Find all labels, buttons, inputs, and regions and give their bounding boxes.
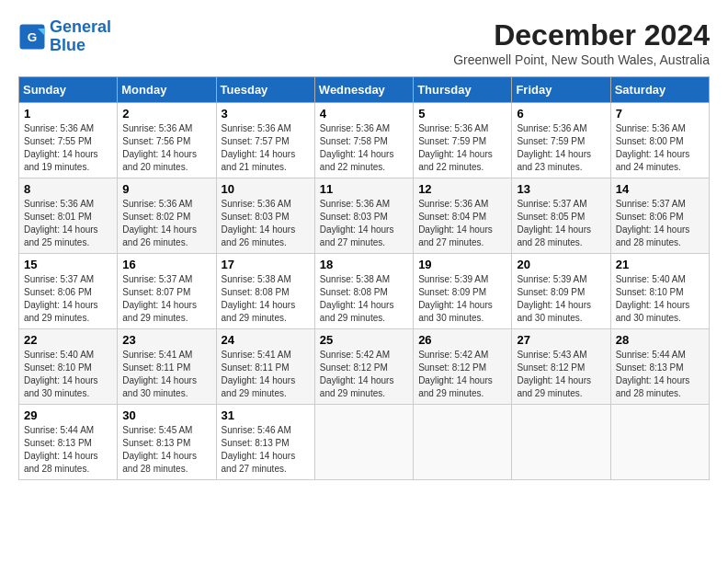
day-info: Sunrise: 5:41 AMSunset: 8:11 PMDaylight:… [222,349,310,400]
day-info: Sunrise: 5:38 AMSunset: 8:08 PMDaylight:… [320,273,408,325]
day-info: Sunrise: 5:36 AMSunset: 8:03 PMDaylight:… [222,198,310,249]
day-number: 17 [222,258,310,271]
calendar-week-5: 29Sunrise: 5:44 AMSunset: 8:13 PMDayligh… [19,405,710,480]
day-number: 1 [24,107,112,121]
calendar-cell: 14Sunrise: 5:37 AMSunset: 8:06 PMDayligh… [610,178,709,254]
day-info: Sunrise: 5:36 AMSunset: 8:04 PMDaylight:… [418,198,506,249]
day-info: Sunrise: 5:37 AMSunset: 8:06 PMDaylight:… [616,198,704,249]
header: G General Blue December 2024 Greenwell P… [18,18,710,67]
calendar-cell: 12Sunrise: 5:36 AMSunset: 8:04 PMDayligh… [414,178,512,254]
day-number: 23 [122,333,210,347]
day-number: 30 [122,408,210,422]
calendar-cell: 17Sunrise: 5:38 AMSunset: 8:08 PMDayligh… [216,254,314,329]
logo: G General Blue [18,18,111,55]
calendar-cell: 7Sunrise: 5:36 AMSunset: 8:00 PMDaylight… [610,103,709,178]
day-number: 24 [222,333,310,347]
calendar-cell: 27Sunrise: 5:43 AMSunset: 8:12 PMDayligh… [512,329,610,405]
day-number: 4 [320,107,408,121]
day-info: Sunrise: 5:37 AMSunset: 8:05 PMDaylight:… [517,198,605,249]
day-number: 27 [517,333,605,347]
calendar-cell: 11Sunrise: 5:36 AMSunset: 8:03 PMDayligh… [314,178,413,254]
day-number: 14 [616,182,704,196]
calendar-cell: 5Sunrise: 5:36 AMSunset: 7:59 PMDaylight… [414,103,512,178]
day-number: 16 [122,258,210,271]
day-number: 13 [517,182,605,196]
calendar-cell [314,405,413,480]
day-number: 20 [517,258,605,271]
calendar-cell: 19Sunrise: 5:39 AMSunset: 8:09 PMDayligh… [414,254,512,329]
header-cell-monday: Monday [118,77,216,103]
day-info: Sunrise: 5:36 AMSunset: 8:02 PMDaylight:… [122,198,210,249]
day-number: 6 [517,107,605,121]
day-info: Sunrise: 5:39 AMSunset: 8:09 PMDaylight:… [517,273,605,325]
day-number: 22 [24,333,112,347]
day-number: 12 [418,182,506,196]
calendar-cell: 15Sunrise: 5:37 AMSunset: 8:06 PMDayligh… [19,254,118,329]
calendar-cell [610,405,709,480]
title-area: December 2024 Greenwell Point, New South… [453,18,710,67]
calendar-header: SundayMondayTuesdayWednesdayThursdayFrid… [19,77,710,103]
calendar-week-2: 8Sunrise: 5:36 AMSunset: 8:01 PMDaylight… [19,178,710,254]
day-number: 9 [122,182,210,196]
day-number: 10 [222,182,310,196]
day-info: Sunrise: 5:41 AMSunset: 8:11 PMDaylight:… [122,349,210,400]
calendar-cell: 25Sunrise: 5:42 AMSunset: 8:12 PMDayligh… [314,329,413,405]
day-info: Sunrise: 5:36 AMSunset: 8:03 PMDaylight:… [320,198,408,249]
calendar-cell: 6Sunrise: 5:36 AMSunset: 7:59 PMDaylight… [512,103,610,178]
day-info: Sunrise: 5:36 AMSunset: 7:56 PMDaylight:… [122,122,210,174]
header-cell-wednesday: Wednesday [314,77,413,103]
calendar-cell: 13Sunrise: 5:37 AMSunset: 8:05 PMDayligh… [512,178,610,254]
day-info: Sunrise: 5:42 AMSunset: 8:12 PMDaylight:… [320,349,408,400]
calendar-cell: 1Sunrise: 5:36 AMSunset: 7:55 PMDaylight… [19,103,118,178]
day-info: Sunrise: 5:36 AMSunset: 8:00 PMDaylight:… [616,122,704,174]
day-number: 29 [24,408,112,422]
header-cell-tuesday: Tuesday [216,77,314,103]
calendar-body: 1Sunrise: 5:36 AMSunset: 7:55 PMDaylight… [19,103,710,480]
day-info: Sunrise: 5:40 AMSunset: 8:10 PMDaylight:… [616,273,704,325]
day-info: Sunrise: 5:37 AMSunset: 8:06 PMDaylight:… [24,273,112,325]
day-info: Sunrise: 5:39 AMSunset: 8:09 PMDaylight:… [418,273,506,325]
day-number: 19 [418,258,506,271]
day-number: 26 [418,333,506,347]
location-subtitle: Greenwell Point, New South Wales, Austra… [453,52,710,67]
calendar-cell: 16Sunrise: 5:37 AMSunset: 8:07 PMDayligh… [118,254,216,329]
header-row: SundayMondayTuesdayWednesdayThursdayFrid… [19,77,710,103]
calendar-cell [512,405,610,480]
logo-icon: G [18,23,46,51]
day-info: Sunrise: 5:44 AMSunset: 8:13 PMDaylight:… [24,424,112,476]
day-number: 21 [616,258,704,271]
calendar-cell: 10Sunrise: 5:36 AMSunset: 8:03 PMDayligh… [216,178,314,254]
calendar-cell: 26Sunrise: 5:42 AMSunset: 8:12 PMDayligh… [414,329,512,405]
day-info: Sunrise: 5:40 AMSunset: 8:10 PMDaylight:… [24,349,112,400]
day-number: 8 [24,182,112,196]
day-number: 3 [222,107,310,121]
calendar-cell: 3Sunrise: 5:36 AMSunset: 7:57 PMDaylight… [216,103,314,178]
day-info: Sunrise: 5:42 AMSunset: 8:12 PMDaylight:… [418,349,506,400]
day-number: 31 [222,408,310,422]
day-info: Sunrise: 5:36 AMSunset: 7:58 PMDaylight:… [320,122,408,174]
header-cell-friday: Friday [512,77,610,103]
calendar-cell: 18Sunrise: 5:38 AMSunset: 8:08 PMDayligh… [314,254,413,329]
header-cell-sunday: Sunday [19,77,118,103]
header-cell-thursday: Thursday [414,77,512,103]
calendar-cell: 23Sunrise: 5:41 AMSunset: 8:11 PMDayligh… [118,329,216,405]
day-number: 28 [616,333,704,347]
calendar-cell: 30Sunrise: 5:45 AMSunset: 8:13 PMDayligh… [118,405,216,480]
calendar-cell: 28Sunrise: 5:44 AMSunset: 8:13 PMDayligh… [610,329,709,405]
calendar-cell: 9Sunrise: 5:36 AMSunset: 8:02 PMDaylight… [118,178,216,254]
calendar-cell: 8Sunrise: 5:36 AMSunset: 8:01 PMDaylight… [19,178,118,254]
calendar-cell: 24Sunrise: 5:41 AMSunset: 8:11 PMDayligh… [216,329,314,405]
day-info: Sunrise: 5:43 AMSunset: 8:12 PMDaylight:… [517,349,605,400]
day-number: 2 [122,107,210,121]
calendar-cell: 4Sunrise: 5:36 AMSunset: 7:58 PMDaylight… [314,103,413,178]
day-info: Sunrise: 5:38 AMSunset: 8:08 PMDaylight:… [222,273,310,325]
calendar-cell: 20Sunrise: 5:39 AMSunset: 8:09 PMDayligh… [512,254,610,329]
day-number: 15 [24,258,112,271]
calendar-cell: 21Sunrise: 5:40 AMSunset: 8:10 PMDayligh… [610,254,709,329]
calendar-week-1: 1Sunrise: 5:36 AMSunset: 7:55 PMDaylight… [19,103,710,178]
calendar-cell [414,405,512,480]
day-number: 7 [616,107,704,121]
day-info: Sunrise: 5:36 AMSunset: 7:55 PMDaylight:… [24,122,112,174]
day-number: 25 [320,333,408,347]
day-info: Sunrise: 5:36 AMSunset: 8:01 PMDaylight:… [24,198,112,249]
